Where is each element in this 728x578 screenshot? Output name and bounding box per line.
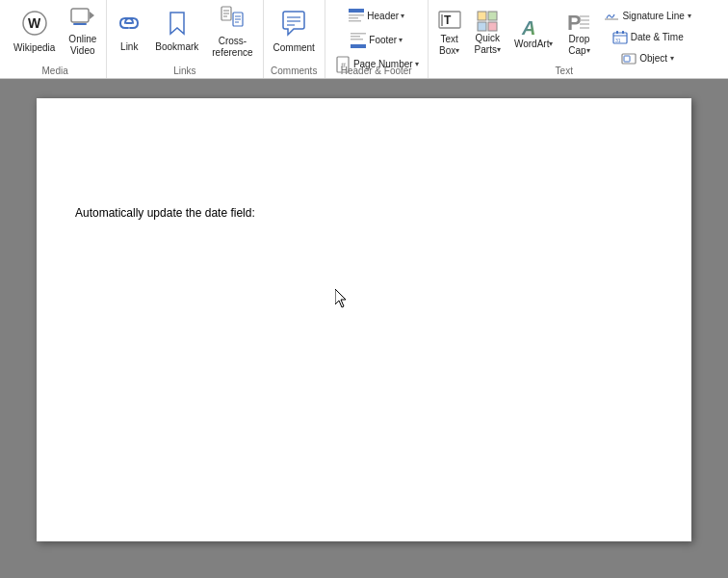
ribbon-group-media: W Wikipedia OnlineVideo Media [4, 0, 107, 78]
cross-reference-icon [220, 5, 245, 34]
link-label: Link [120, 41, 138, 53]
bookmark-button[interactable]: Bookmark [149, 3, 204, 61]
comment-label: Comment [273, 42, 315, 54]
svg-rect-44 [622, 31, 624, 34]
document-area: Automatically update the date field: [0, 79, 728, 578]
drop-cap-arrow: ▾ [586, 46, 590, 56]
footer-button[interactable]: Footer ▾ [329, 29, 424, 52]
text-box-label2: Box [439, 45, 455, 57]
cross-reference-button[interactable]: Cross-reference [206, 3, 258, 61]
svg-text:#: # [341, 61, 346, 70]
online-video-button[interactable]: OnlineVideo [63, 3, 102, 61]
wikipedia-label: Wikipedia [13, 42, 55, 54]
quick-parts-label: Quick [475, 33, 500, 44]
bookmark-label: Bookmark [155, 41, 198, 53]
media-buttons: W Wikipedia OnlineVideo [8, 2, 102, 63]
ribbon-group-comments: Comment Comments [264, 0, 325, 78]
document-content: Automatically update the date field: [75, 204, 653, 222]
svg-rect-2 [71, 9, 89, 22]
wikipedia-icon: W [21, 10, 48, 40]
header-icon [348, 8, 365, 25]
svg-text:31: 31 [615, 38, 621, 43]
svg-text:P: P [567, 11, 582, 34]
page-number-dropdown-arrow: ▾ [415, 60, 419, 69]
object-arrow: ▾ [670, 54, 674, 64]
footer-dropdown-arrow: ▾ [399, 36, 403, 45]
object-button[interactable]: Object ▾ [599, 49, 696, 68]
online-video-label: OnlineVideo [68, 34, 96, 57]
footer-label: Footer [369, 35, 397, 46]
date-time-button[interactable]: 31 Date & Time [599, 28, 696, 47]
wordart-icon: A [520, 15, 547, 39]
online-video-icon [70, 7, 95, 32]
mouse-cursor [335, 289, 347, 306]
wordart-button[interactable]: A WordArt ▾ [508, 5, 559, 61]
page-number-button[interactable]: # Page Number ▾ [329, 53, 424, 76]
svg-text:T: T [444, 13, 452, 27]
page-number-icon: # [334, 56, 351, 73]
signature-line-arrow: ▾ [688, 12, 691, 21]
svg-rect-43 [616, 31, 618, 34]
svg-rect-18 [349, 14, 364, 16]
header-button[interactable]: Header ▾ [329, 5, 424, 28]
quick-parts-icon [476, 10, 499, 33]
svg-marker-3 [90, 12, 94, 19]
header-dropdown-arrow: ▾ [401, 12, 404, 21]
svg-rect-17 [349, 9, 364, 13]
svg-rect-47 [624, 56, 630, 62]
bookmark-icon [168, 11, 187, 39]
quick-parts-arrow: ▾ [497, 45, 501, 55]
svg-rect-33 [488, 22, 497, 31]
svg-rect-32 [478, 22, 486, 31]
svg-rect-31 [488, 12, 497, 20]
signature-line-label: Signature Line [622, 11, 685, 22]
drop-cap-icon: P [566, 9, 591, 34]
date-time-label: Date & Time [631, 32, 684, 43]
text-box-icon: T [438, 9, 461, 34]
media-group-label: Media [8, 63, 102, 78]
svg-rect-30 [478, 12, 486, 20]
text-box-button[interactable]: T Text Box ▾ [432, 5, 467, 61]
page-number-label: Page Number [353, 59, 413, 70]
header-footer-buttons: Header ▾ Footer ▾ # [329, 2, 424, 63]
drop-cap-button[interactable]: P Drop Cap ▾ [560, 5, 597, 61]
svg-rect-22 [351, 36, 360, 38]
comment-icon [280, 10, 307, 40]
svg-rect-4 [73, 23, 87, 25]
svg-rect-21 [351, 33, 366, 35]
header-label: Header [367, 11, 399, 22]
date-time-icon: 31 [612, 31, 628, 44]
document-page: Automatically update the date field: [37, 98, 691, 541]
svg-marker-48 [335, 289, 346, 307]
object-icon [621, 52, 637, 66]
cross-reference-label: Cross-reference [212, 36, 252, 59]
quick-parts-label2: Parts [475, 44, 497, 56]
signature-line-icon [604, 10, 619, 23]
drop-cap-label2: Cap [568, 45, 585, 57]
ribbon-group-header-footer: Header ▾ Footer ▾ # [325, 0, 429, 78]
wordart-label: WordArt [514, 39, 550, 50]
links-group-label: Links [111, 63, 258, 78]
object-label: Object [639, 53, 667, 65]
text-box-arrow: ▾ [455, 46, 459, 56]
comments-group-label: Comments [268, 63, 321, 78]
quick-parts-button[interactable]: Quick Parts ▾ [469, 5, 507, 61]
ribbon: W Wikipedia OnlineVideo Media [0, 0, 728, 79]
svg-rect-20 [349, 20, 361, 22]
ribbon-group-text: T Text Box ▾ [429, 0, 700, 78]
svg-rect-23 [351, 39, 363, 40]
svg-text:A: A [521, 17, 535, 39]
text-buttons: T Text Box ▾ [432, 2, 696, 63]
link-button[interactable]: Link [111, 3, 147, 61]
drop-cap-label: Drop [569, 34, 590, 45]
ribbon-group-links: Link Bookmark [107, 0, 263, 78]
svg-rect-24 [351, 44, 366, 48]
svg-text:W: W [28, 15, 41, 31]
signature-line-button[interactable]: Signature Line ▾ [599, 7, 696, 26]
comment-button[interactable]: Comment [268, 3, 321, 61]
text-box-label: Text [440, 34, 457, 45]
wikipedia-button[interactable]: W Wikipedia [8, 3, 61, 61]
svg-rect-19 [349, 17, 358, 19]
links-buttons: Link Bookmark [111, 2, 258, 63]
link-icon [117, 11, 142, 39]
